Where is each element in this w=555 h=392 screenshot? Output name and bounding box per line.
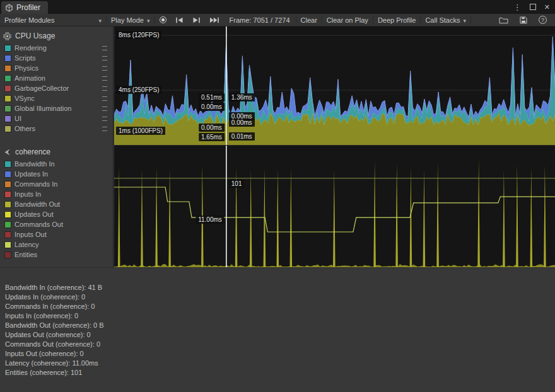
unity-logo-icon — [5, 4, 13, 12]
stat-line: Entities (coherence): 101 — [0, 368, 555, 378]
legend-swatch — [5, 76, 11, 81]
drag-handle-icon[interactable] — [102, 66, 107, 71]
legend-label: Others — [15, 125, 35, 132]
legend-swatch — [5, 116, 11, 122]
drag-handle-icon[interactable] — [102, 107, 107, 111]
drag-handle-icon[interactable] — [102, 96, 107, 101]
legend-label: Entities — [15, 251, 37, 258]
play-mode-dropdown[interactable]: Play Mode — [107, 14, 155, 26]
deep-profile-button[interactable]: Deep Profile — [373, 14, 421, 26]
legend-item-ui[interactable]: UI — [0, 113, 113, 124]
legend-item-inputs-out[interactable]: Inputs Out — [0, 229, 113, 239]
legend-swatch — [5, 96, 11, 101]
legend-label: Scripts — [15, 54, 36, 62]
legend-item-updates-in[interactable]: Updates In — [0, 169, 113, 179]
next-frame-button[interactable] — [188, 14, 205, 26]
cpu-usage-chart[interactable]: 8ms (120FPS)4ms (250FPS)1ms (1000FPS)0.5… — [114, 26, 555, 145]
legend-label: Global Illumination — [15, 105, 72, 112]
legend-label: Rendering — [15, 44, 47, 52]
legend-swatch — [5, 212, 11, 217]
tab-profiler[interactable]: Profiler — [1, 1, 48, 14]
stat-line: Updates In (coherence): 0 — [0, 292, 555, 302]
legend-item-commands-in[interactable]: Commands In — [0, 179, 113, 189]
drag-handle-icon[interactable] — [102, 86, 107, 91]
save-floppy-icon — [520, 16, 527, 24]
module-header-coherence[interactable]: coherence — [0, 145, 113, 159]
record-button[interactable] — [155, 14, 171, 26]
legend-swatch — [5, 171, 11, 177]
module-title: coherence — [15, 147, 50, 156]
legend-item-commands-out[interactable]: Commands Out — [0, 219, 113, 229]
legend-label: Inputs In — [15, 190, 41, 198]
stat-line: Commands Out (coherence): 0 — [0, 340, 555, 349]
legend-item-bandwidth-out[interactable]: Bandwidth Out — [0, 199, 113, 209]
cpu-chart-canvas[interactable] — [114, 26, 555, 145]
stat-line: Latency (coherence): 11.00ms — [0, 359, 555, 368]
call-stacks-dropdown[interactable]: Call Stacks — [421, 14, 470, 26]
details-lines: Bandwidth In (coherence): 41 BUpdates In… — [0, 283, 555, 378]
legend-swatch — [5, 242, 11, 248]
legend-swatch — [5, 55, 11, 61]
legend-item-bandwidth-in[interactable]: Bandwidth In — [0, 159, 113, 169]
stat-line: Bandwidth Out (coherence): 0 B — [0, 321, 555, 330]
legend-label: Inputs Out — [15, 231, 47, 238]
legend-label: Physics — [15, 64, 38, 72]
legend-item-global-illumination[interactable]: Global Illumination — [0, 103, 113, 113]
legend-label: Latency — [15, 241, 39, 248]
window-menu-icon[interactable] — [513, 3, 522, 11]
module-coherence: coherenceBandwidth InUpdates InCommands … — [0, 142, 113, 260]
play-mode-label: Play Mode — [111, 16, 144, 24]
legend-item-inputs-in[interactable]: Inputs In — [0, 189, 113, 199]
previous-frame-icon — [175, 17, 184, 23]
close-icon[interactable] — [544, 3, 550, 11]
clear-on-play-button[interactable]: Clear on Play — [322, 14, 373, 26]
drag-handle-icon[interactable] — [102, 127, 107, 131]
module-cpu-usage: CPU UsageRenderingScriptsPhysicsAnimatio… — [0, 26, 113, 134]
legend-item-scripts[interactable]: Scripts — [0, 53, 113, 63]
maximize-icon[interactable] — [530, 4, 536, 10]
stat-line: Updates Out (coherence): 0 — [0, 330, 555, 340]
current-frame-icon — [209, 17, 219, 23]
frame-counter: Frame: 7051 / 7274 — [224, 14, 296, 26]
coherence-chart[interactable]: 10111.00ms — [114, 146, 555, 267]
drag-handle-icon[interactable] — [102, 76, 107, 81]
legend-label: Updates Out — [15, 210, 54, 218]
legend-item-entities[interactable]: Entities — [0, 250, 113, 260]
legend-item-updates-out[interactable]: Updates Out — [0, 209, 113, 219]
legend-item-garbagecollector[interactable]: GarbageCollector — [0, 83, 113, 93]
legend-item-latency[interactable]: Latency — [0, 239, 113, 250]
legend-item-physics[interactable]: Physics — [0, 63, 113, 73]
legend-swatch — [5, 126, 11, 132]
chevron-down-icon — [147, 16, 150, 24]
profiler-modules-dropdown[interactable]: Profiler Modules — [0, 14, 106, 26]
drag-handle-icon[interactable] — [102, 46, 107, 50]
stat-line: Bandwidth In (coherence): 41 B — [0, 283, 555, 292]
window-controls — [513, 0, 550, 14]
titlebar: Profiler — [0, 0, 555, 14]
save-profile-button[interactable] — [515, 16, 532, 24]
charts-area: 8ms (120FPS)4ms (250FPS)1ms (1000FPS)0.5… — [114, 26, 555, 267]
help-button[interactable] — [534, 16, 551, 24]
legend-label: GarbageCollector — [15, 84, 69, 92]
stat-line: Inputs Out (coherence): 0 — [0, 349, 555, 359]
profiler-window: Profiler Profiler Modules Play Mode — [0, 0, 555, 392]
load-profile-button[interactable] — [494, 16, 513, 24]
legend-item-others[interactable]: Others — [0, 124, 113, 134]
drag-handle-icon[interactable] — [102, 56, 107, 61]
module-header-cpu-usage[interactable]: CPU Usage — [0, 29, 113, 43]
legend-item-animation[interactable]: Animation — [0, 73, 113, 83]
previous-frame-button[interactable] — [171, 14, 188, 26]
legend-item-rendering[interactable]: Rendering — [0, 43, 113, 53]
details-panel: Bandwidth In (coherence): 41 BUpdates In… — [0, 267, 555, 392]
record-icon — [160, 16, 166, 23]
coherence-logo-icon — [3, 148, 11, 156]
coherence-chart-canvas[interactable] — [114, 146, 555, 267]
profiler-modules-label: Profiler Modules — [4, 16, 54, 24]
legend-label: Bandwidth Out — [15, 200, 60, 208]
current-frame-button[interactable] — [205, 14, 224, 26]
legend-swatch — [5, 182, 11, 187]
legend-swatch — [5, 86, 11, 91]
clear-button[interactable]: Clear — [296, 14, 322, 26]
drag-handle-icon[interactable] — [102, 117, 107, 121]
legend-item-vsync[interactable]: VSync — [0, 93, 113, 103]
